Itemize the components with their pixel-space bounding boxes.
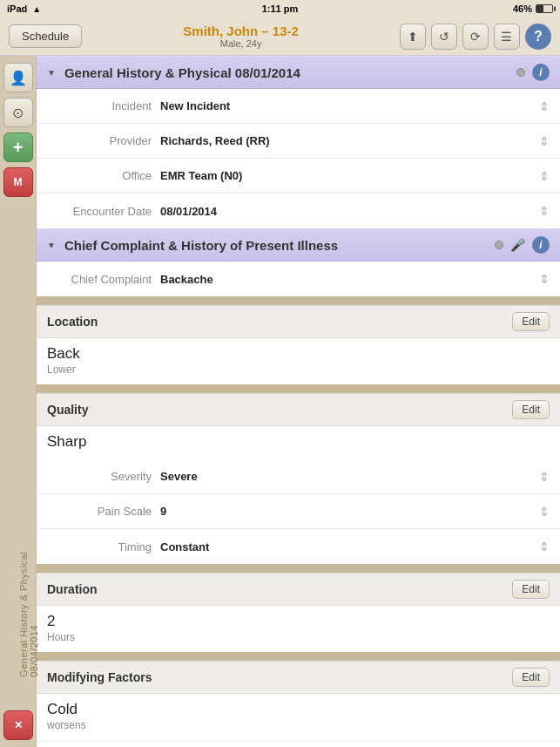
- status-bar-time: 1:11 pm: [262, 3, 299, 14]
- main-layout: 👤 ⊙ + M General History & Physical 08/04…: [0, 56, 560, 747]
- collapse-triangle: ▼: [47, 68, 56, 78]
- gap-2: [37, 384, 560, 393]
- left-sidebar: 👤 ⊙ + M General History & Physical 08/04…: [0, 56, 37, 747]
- general-history-form: Incident New Incident ⇕ Provider Richard…: [37, 89, 560, 228]
- chief-complaint-header[interactable]: ▼ Chief Complaint & History of Present I…: [37, 228, 560, 261]
- provider-arrow: ⇕: [539, 134, 550, 148]
- severity-row[interactable]: Severity Severe ⇕: [37, 459, 560, 494]
- cold-sub-text: worsens: [47, 719, 550, 731]
- incident-label: Incident: [47, 99, 160, 112]
- modifying-factors-cold: Cold worsens: [37, 694, 560, 741]
- status-bar-right: 46%: [513, 3, 553, 14]
- timing-arrow: ⇕: [539, 540, 550, 553]
- modifying-factors-block: Modifying Factors Edit Cold worsens Heat: [37, 661, 560, 747]
- gap-1: [37, 296, 560, 305]
- collapse-triangle-2: ▼: [47, 241, 56, 250]
- location-content: Back Lower: [37, 338, 560, 384]
- quality-header: Quality Edit: [37, 393, 560, 426]
- general-history-title: ▼ General History & Physical 08/01/2014: [47, 65, 300, 80]
- general-history-header[interactable]: ▼ General History & Physical 08/01/2014 …: [37, 56, 560, 89]
- office-value: EMR Team (N0): [160, 169, 539, 182]
- encounter-date-arrow: ⇕: [539, 204, 550, 218]
- nav-title: Smith, John – 13-2 Male, 24y: [183, 24, 299, 49]
- location-main-text: Back: [47, 345, 550, 363]
- duration-title: Duration: [47, 582, 98, 596]
- quality-main-text: Sharp: [47, 433, 550, 451]
- menu-button[interactable]: ☰: [494, 24, 520, 50]
- status-bar: iPad ▲ 1:11 pm 46%: [0, 0, 560, 17]
- refresh-button[interactable]: ↺: [431, 24, 457, 50]
- battery-icon: [536, 4, 553, 13]
- severity-value: Severe: [160, 470, 539, 483]
- modifying-factors-edit-button[interactable]: Edit: [512, 668, 550, 687]
- status-bar-left: iPad ▲: [7, 3, 41, 14]
- wifi-icon: ▲: [32, 4, 41, 14]
- help-button[interactable]: ?: [525, 24, 551, 50]
- location-header: Location Edit: [37, 305, 560, 338]
- location-sub-text: Lower: [47, 363, 550, 376]
- pain-scale-value: 9: [160, 505, 539, 518]
- history-button[interactable]: ⊙: [3, 98, 33, 127]
- general-history-icons: i: [516, 64, 550, 81]
- carrier-label: iPad: [7, 3, 27, 14]
- office-arrow: ⇕: [539, 169, 550, 183]
- info-icon[interactable]: i: [532, 64, 550, 81]
- duration-content: 2 Hours: [37, 606, 560, 652]
- provider-label: Provider: [47, 134, 160, 147]
- mic-icon[interactable]: 🎤: [510, 238, 525, 252]
- sidebar-vertical-label: General History & Physical 08/04/2014: [18, 552, 39, 677]
- incident-row[interactable]: Incident New Incident ⇕: [37, 89, 560, 124]
- modifying-factors-heat: Heat: [37, 741, 560, 747]
- pain-scale-label: Pain Scale: [47, 505, 160, 518]
- avatar-button[interactable]: 👤: [3, 63, 33, 92]
- timing-row[interactable]: Timing Constant ⇕: [37, 529, 560, 564]
- cold-main-text: Cold: [47, 701, 550, 718]
- chief-complaint-label: Chief Complaint: [47, 273, 160, 286]
- provider-row[interactable]: Provider Richards, Reed (RR) ⇕: [37, 124, 560, 159]
- provider-value: Richards, Reed (RR): [160, 134, 539, 147]
- encounter-date-value: 08/01/2014: [160, 205, 539, 218]
- modifying-factors-header: Modifying Factors Edit: [37, 661, 560, 694]
- severity-label: Severity: [47, 470, 160, 483]
- quality-edit-button[interactable]: Edit: [512, 400, 550, 419]
- info-icon-2[interactable]: i: [532, 236, 550, 254]
- duration-main-text: 2: [47, 613, 550, 630]
- patient-name: Smith, John – 13-2: [183, 24, 299, 38]
- nav-bar: Schedule Smith, John – 13-2 Male, 24y ⬆ …: [0, 17, 560, 56]
- office-row[interactable]: Office EMR Team (N0) ⇕: [37, 159, 560, 194]
- duration-header: Duration Edit: [37, 573, 560, 606]
- nav-actions: ⬆ ↺ ⟳ ☰ ?: [400, 24, 551, 50]
- gap-4: [37, 652, 560, 661]
- pain-scale-row[interactable]: Pain Scale 9 ⇕: [37, 494, 560, 529]
- m-badge[interactable]: M: [3, 167, 33, 197]
- duration-sub-text: Hours: [47, 631, 550, 643]
- pain-scale-arrow: ⇕: [539, 505, 550, 519]
- encounter-date-label: Encounter Date: [47, 205, 160, 218]
- sync-button[interactable]: ⟳: [462, 24, 489, 50]
- add-button[interactable]: +: [3, 132, 33, 162]
- modifying-factors-title: Modifying Factors: [47, 670, 152, 684]
- severity-form: Severity Severe ⇕ Pain Scale 9 ⇕ Timing …: [37, 459, 560, 564]
- location-title: Location: [47, 315, 98, 329]
- chief-complaint-arrow: ⇕: [539, 272, 550, 286]
- timing-value: Constant: [160, 540, 539, 553]
- duration-edit-button[interactable]: Edit: [512, 580, 550, 599]
- duration-block: Duration Edit 2 Hours: [37, 573, 560, 652]
- encounter-date-row[interactable]: Encounter Date 08/01/2014 ⇕: [37, 194, 560, 228]
- chief-complaint-icons: 🎤 i: [495, 236, 550, 254]
- chief-complaint-row[interactable]: Chief Complaint Backache ⇕: [37, 261, 560, 296]
- battery-percent: 46%: [513, 3, 532, 14]
- chief-complaint-form: Chief Complaint Backache ⇕: [37, 261, 560, 296]
- gap-3: [37, 564, 560, 573]
- share-button[interactable]: ⬆: [400, 24, 426, 50]
- quality-block: Quality Edit Sharp: [37, 393, 560, 459]
- incident-value: New Incident: [160, 99, 539, 112]
- quality-title: Quality: [47, 403, 88, 417]
- schedule-button[interactable]: Schedule: [9, 24, 82, 48]
- status-dot-2: [495, 241, 503, 249]
- location-edit-button[interactable]: Edit: [512, 312, 550, 331]
- patient-info: Male, 24y: [183, 38, 299, 49]
- close-button[interactable]: ✕: [3, 710, 33, 740]
- office-label: Office: [47, 169, 160, 182]
- chief-complaint-value: Backache: [160, 273, 539, 286]
